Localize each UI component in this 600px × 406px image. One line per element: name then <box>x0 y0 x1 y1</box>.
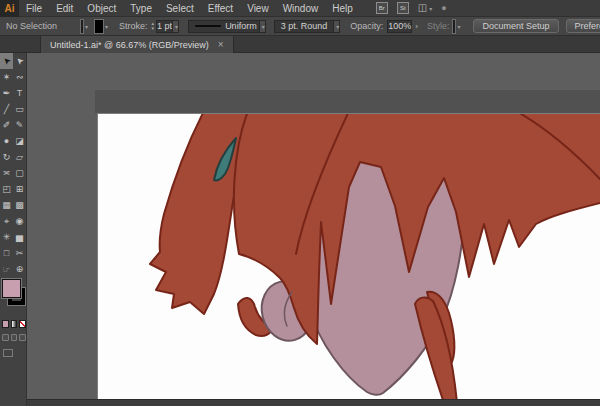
selection-icon: ➤ <box>0 55 12 67</box>
fill-stroke-proxies <box>0 279 26 317</box>
blob-brush-icon: ● <box>4 136 9 146</box>
tool-line-segment[interactable]: ╱ <box>0 101 13 117</box>
stock-icon[interactable]: St <box>397 2 409 14</box>
gradient-button[interactable] <box>11 320 18 328</box>
draw-behind-button[interactable] <box>11 334 18 341</box>
artwork-svg <box>98 114 600 400</box>
document-tab[interactable]: Untitled-1.ai* @ 66.67% (RGB/Preview) × <box>40 36 234 53</box>
close-icon[interactable]: × <box>218 40 224 50</box>
column-graph-icon: ▅ <box>16 232 23 242</box>
app-logo: Ai <box>0 0 19 17</box>
document-setup-button[interactable]: Document Setup <box>473 19 558 33</box>
menubar: Ai FileEditObjectTypeSelectEffectViewWin… <box>0 0 600 17</box>
stroke-weight-dropdown[interactable]: ▾ <box>173 20 179 33</box>
stroke-label: Stroke: <box>119 21 148 31</box>
width-icon: ≍ <box>3 168 11 178</box>
zoom-icon: ⊕ <box>16 264 24 274</box>
menu-effect[interactable]: Effect <box>201 0 240 17</box>
symbol-sprayer-icon: ✳ <box>3 232 11 242</box>
opacity-flyout-arrow[interactable]: › <box>415 22 418 31</box>
pencil-icon: ✎ <box>16 120 24 130</box>
workspace-icon: ◫ <box>418 3 427 13</box>
pen-icon: ✒ <box>3 88 11 98</box>
rotate-icon: ↻ <box>3 152 11 162</box>
tool-column-graph[interactable]: ▅ <box>13 229 26 245</box>
opacity-label: Opacity: <box>350 21 383 31</box>
artboard[interactable] <box>97 113 600 401</box>
tool-pencil[interactable]: ✎ <box>13 117 26 133</box>
tool-artboard[interactable]: □ <box>0 245 13 261</box>
style-swatch[interactable] <box>453 20 455 33</box>
width-profile-label: Uniform <box>225 21 257 31</box>
draw-normal-button[interactable] <box>2 334 9 341</box>
pasteboard-dark-band <box>95 90 600 113</box>
chevron-down-icon: ▾ <box>262 23 265 30</box>
tool-slice[interactable]: ✂ <box>13 245 26 261</box>
tool-zoom[interactable]: ⊕ <box>13 261 26 277</box>
tool-pen[interactable]: ✒ <box>0 85 13 101</box>
document-tabbar: Untitled-1.ai* @ 66.67% (RGB/Preview) × <box>0 36 600 53</box>
tool-rotate[interactable]: ↻ <box>0 149 13 165</box>
tool-eyedropper[interactable]: ⌖ <box>0 213 13 229</box>
tool-gradient[interactable]: ▩ <box>13 197 26 213</box>
fill-color-swatch[interactable] <box>81 20 83 33</box>
tool-free-transform[interactable]: ▢ <box>13 165 26 181</box>
tool-mesh[interactable]: ▦ <box>0 197 13 213</box>
tool-width[interactable]: ≍ <box>0 165 13 181</box>
stroke-weight-stepper[interactable]: ▴ ▾ <box>152 21 155 31</box>
menu-select[interactable]: Select <box>159 0 201 17</box>
menu-object[interactable]: Object <box>80 0 123 17</box>
tool-selection[interactable]: ➤ <box>0 53 13 69</box>
bridge-icon[interactable]: Br <box>376 2 388 14</box>
brush-definition-select[interactable]: 3 pt. Round <box>274 20 335 33</box>
menu-edit[interactable]: Edit <box>49 0 80 17</box>
shape-builder-icon: ◰ <box>2 184 11 194</box>
opacity-input[interactable]: 100% <box>387 20 412 33</box>
chevron-down-icon[interactable]: ▾ <box>105 23 108 30</box>
stroke-color-swatch[interactable] <box>95 20 103 33</box>
eyedropper-icon: ⌖ <box>4 216 9 227</box>
width-profile-dropdown[interactable]: ▾ <box>260 20 266 33</box>
tool-rectangle[interactable]: ▭ <box>13 101 26 117</box>
hand-icon: ☞ <box>2 264 10 274</box>
menu-type[interactable]: Type <box>123 0 159 17</box>
tool-hand[interactable]: ☞ <box>0 261 13 277</box>
preferences-button[interactable]: Preferences <box>566 19 600 33</box>
magic-wand-icon: ✶ <box>3 72 11 82</box>
tool-type[interactable]: T <box>13 85 26 101</box>
chevron-down-icon[interactable]: ▾ <box>85 23 88 30</box>
tool-shape-builder[interactable]: ◰ <box>0 181 13 197</box>
menu-view[interactable]: View <box>240 0 276 17</box>
tool-scale[interactable]: ▱ <box>13 149 26 165</box>
selection-status: No Selection <box>6 21 57 31</box>
menu-window[interactable]: Window <box>276 0 326 17</box>
workspace-switcher[interactable]: ◫ ▾ <box>418 3 432 13</box>
brush-definition-dropdown[interactable]: ▾ <box>334 20 340 33</box>
width-profile-select[interactable]: Uniform <box>188 20 260 33</box>
screen-mode-button[interactable] <box>3 349 13 357</box>
type-icon: T <box>17 88 23 98</box>
tool-symbol-sprayer[interactable]: ✳ <box>0 229 13 245</box>
tool-blend[interactable]: ◉ <box>13 213 26 229</box>
menu-file[interactable]: File <box>19 0 49 17</box>
tool-paintbrush[interactable]: ✐ <box>0 117 13 133</box>
color-button[interactable] <box>2 320 9 328</box>
tool-direct-selection[interactable]: ➤ <box>13 53 26 69</box>
tool-lasso[interactable]: ∾ <box>13 69 26 85</box>
draw-inside-button[interactable] <box>19 334 26 341</box>
tool-magic-wand[interactable]: ✶ <box>0 69 13 85</box>
tool-perspective-grid[interactable]: ⊞ <box>13 181 26 197</box>
cs-live-icon[interactable]: ● <box>441 3 446 13</box>
stroke-weight-input[interactable]: 1 pt <box>156 20 173 33</box>
canvas[interactable] <box>27 53 600 406</box>
chevron-down-icon[interactable]: ▾ <box>457 23 460 30</box>
tool-eraser[interactable]: ◪ <box>13 133 26 149</box>
chevron-down-icon: ▾ <box>336 23 339 30</box>
none-button[interactable] <box>19 320 26 328</box>
chevron-down-icon: ▾ <box>175 23 178 30</box>
color-type-buttons <box>2 320 26 328</box>
menu-help[interactable]: Help <box>325 0 360 17</box>
fill-proxy-swatch[interactable] <box>2 279 21 298</box>
tool-blob-brush[interactable]: ● <box>0 133 13 149</box>
chevron-down-icon: ▾ <box>429 5 432 12</box>
